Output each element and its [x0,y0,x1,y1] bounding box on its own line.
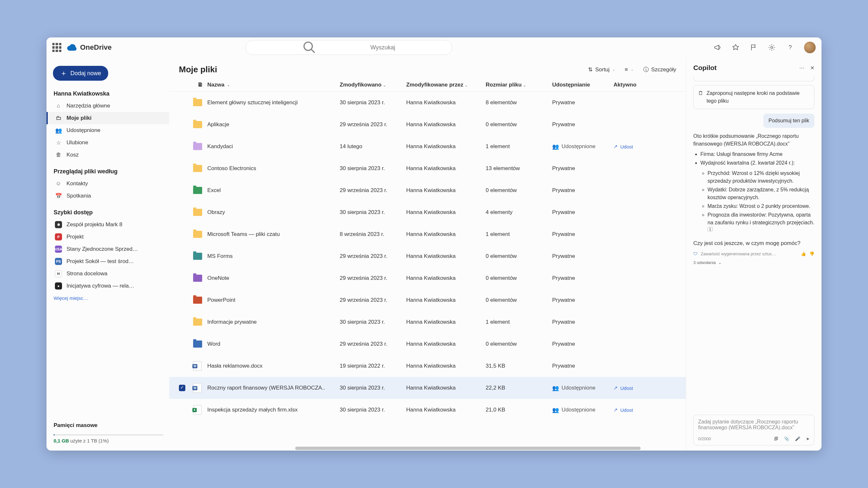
quick-access-item[interactable]: PSProjekt Sokół — test środ… [46,255,169,267]
more-icon[interactable]: ⋯ [799,65,804,71]
sharing-status: Prywatne [552,341,575,347]
nav-label: Spotkania [66,193,91,199]
nav-contacts[interactable]: ☺Kontakty [46,177,169,190]
citation-badge[interactable]: 1 [708,227,713,231]
summary-item: Firma: Usługi finansowe firmy Acme [701,151,814,158]
copilot-panel: Copilot ⋯ ✕ 🗒 Zaproponuj następne kroki … [686,58,822,451]
copilot-input-box[interactable]: Zadaj pytanie dotyczące „Rocznego raport… [693,415,814,445]
file-row[interactable]: Excel 29 września 2023 r. Hanna Kwiatkow… [169,180,686,201]
file-name: Word [207,341,340,347]
clipboard-icon[interactable]: 🗐 [774,436,778,441]
user-avatar[interactable] [804,42,816,53]
col-modified-by[interactable]: Zmodyfikowane przez ⌄ [406,82,486,88]
file-row[interactable]: OneNote 29 września 2023 r. Hanna Kwiatk… [169,267,686,289]
file-size: 0 elementów [486,297,552,303]
view-button[interactable]: ≡ ⌄ [625,66,633,73]
nav-shared[interactable]: 👥Udostępnione [46,124,169,136]
quick-access-item[interactable]: USAStany Zjednoczone Sprzed… [46,243,169,255]
people-icon: 👥 [552,385,559,391]
quick-access-item[interactable]: ✱Zespół projektu Mark 8 [46,219,169,231]
file-modified: 29 września 2023 r. [340,341,406,347]
file-name: Kandydaci [207,143,340,150]
nav-recycle[interactable]: 🗑Kosz [46,149,169,161]
file-modified-by: Hanna Kwiatkowska [406,407,486,413]
folder-icon [193,253,202,260]
file-row[interactable]: W Hasła reklamowe.docx 19 sierpnia 2022 … [169,355,686,377]
app-launcher-icon[interactable] [52,43,61,52]
folder-icon [193,187,202,194]
people-icon: 👥 [55,127,62,134]
file-type-header-icon[interactable]: 🗎 [193,82,207,88]
quick-access-item[interactable]: ●Inicjatywa cyfrowa — rela… [46,280,169,292]
quick-access-item[interactable]: PProjekt [46,231,169,243]
thumbs-up-icon[interactable]: 👍 [801,251,806,257]
horizontal-scrollbar[interactable] [295,447,641,450]
file-row[interactable]: Kandydaci 14 lutego Hanna Kwiatkowska 1 … [169,135,686,158]
gear-icon[interactable] [768,43,776,51]
svg-line-1 [311,50,314,53]
microphone-icon[interactable]: 🎤 [795,436,800,441]
copilot-intro: Oto krótkie podsumowanie „Rocznego rapor… [693,132,814,148]
attach-icon[interactable]: 📎 [784,436,789,441]
suggestion-card[interactable]: 🗒 Zaproponuj następne kroki na podstawie… [693,85,814,109]
file-modified-by: Hanna Kwiatkowska [406,297,486,303]
nav-home[interactable]: ⌂Narzędzia główne [46,100,169,112]
file-size: 8 elementów [486,99,552,106]
file-name: Hasła reklamowe.docx [207,363,340,369]
col-size[interactable]: Rozmiar pliku ⌄ [486,82,552,88]
file-modified-by: Hanna Kwiatkowska [406,275,486,282]
activity-cell[interactable]: ↗Udost [614,385,652,391]
file-modified: 29 września 2023 r. [340,297,406,303]
file-name: Inspekcja sprzedaży małych firm.xlsx [207,407,340,413]
more-places-link[interactable]: Więcej miejsc… [46,292,169,304]
storage-bar [54,434,163,435]
quick-access-item[interactable]: HStrona docelowa [46,267,169,280]
help-icon[interactable]: ? [786,43,794,51]
thumbs-down-icon[interactable]: 👎 [809,251,814,257]
premium-icon[interactable] [732,43,740,51]
row-checkbox[interactable] [179,385,185,391]
file-size: 4 elementy [486,209,552,216]
share-action-icon: ↗ [614,385,618,391]
new-button[interactable]: ＋ Dodaj nowe [53,66,108,81]
col-name[interactable]: Nazwa⌄ [207,82,340,88]
search-bar[interactable] [245,40,452,55]
file-row[interactable]: Obrazy 30 sierpnia 2023 r. Hanna Kwiatko… [169,201,686,223]
word-file-icon: W [193,383,202,393]
flag-icon[interactable] [750,43,757,51]
file-row[interactable]: Word 29 września 2023 r. Hanna Kwiatkows… [169,333,686,355]
folder-icon [193,297,202,304]
browse-heading: Przeglądaj pliki według [46,166,169,177]
nav-label: Narzędzia główne [66,103,110,109]
close-icon[interactable]: ✕ [810,65,814,71]
nav-meetings[interactable]: 📅Spotkania [46,190,169,202]
activity-cell[interactable]: ↗Udost [614,407,652,413]
col-activity[interactable]: Aktywno [614,82,652,88]
file-modified-by: Hanna Kwiatkowska [406,165,486,172]
details-button[interactable]: ⓘ Szczegóły [643,66,676,73]
activity-cell[interactable]: ↗Udost [614,143,652,150]
file-modified: 19 sierpnia 2022 r. [340,363,406,369]
quick-label: Strona docelowa [66,270,107,277]
file-row[interactable]: Microsoft Teams — pliki czatu 8 września… [169,223,686,245]
nav-favorites[interactable]: ☆Ulubione [46,136,169,149]
send-icon[interactable]: ➤ [806,436,810,441]
search-input[interactable] [370,44,445,51]
col-modified[interactable]: Zmodyfikowano ⌄ [340,82,406,88]
file-row[interactable]: Informacje prywatne 30 sierpnia 2023 r. … [169,311,686,333]
megaphone-icon[interactable] [714,43,721,51]
references-toggle[interactable]: 3 odwołania ⌄ [693,259,814,266]
file-row[interactable]: Element główny sztucznej inteligencji 30… [169,92,686,113]
file-row[interactable]: X Inspekcja sprzedaży małych firm.xlsx 3… [169,399,686,421]
file-row[interactable]: W Roczny raport finansowy (WERSJA ROBOCZ… [169,377,686,399]
sort-button[interactable]: ⇅ Sortuj ⌄ [588,66,615,73]
suggestion-partial[interactable] [693,77,814,82]
nav-my-files[interactable]: 🗀Moje pliki [46,112,169,124]
file-size: 0 elementów [486,121,552,128]
col-sharing[interactable]: Udostępnianie [552,82,614,88]
file-row[interactable]: Contoso Electronics 30 sierpnia 2023 r. … [169,158,686,180]
file-row[interactable]: Aplikacje 29 września 2023 r. Hanna Kwia… [169,113,686,135]
file-row[interactable]: MS Forms 29 września 2023 r. Hanna Kwiat… [169,245,686,267]
folder-icon [193,231,202,238]
file-row[interactable]: PowerPoint 29 września 2023 r. Hanna Kwi… [169,289,686,311]
